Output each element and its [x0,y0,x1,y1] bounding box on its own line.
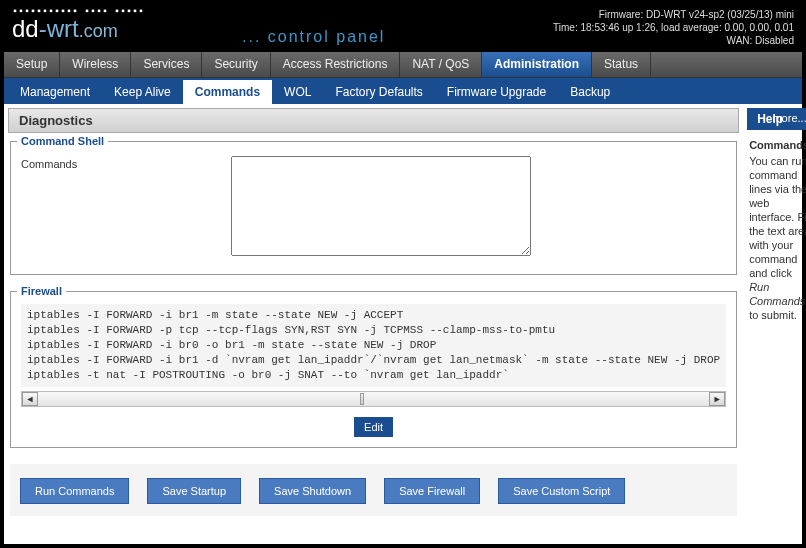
tab-security[interactable]: Security [202,52,270,77]
time-text: Time: 18:53:46 up 1:26, load average: 0.… [553,21,794,34]
help-title: Help more... [747,108,806,130]
scroll-left-button[interactable]: ◄ [22,392,38,406]
tab-services[interactable]: Services [131,52,202,77]
firewall-label: Firewall [17,285,66,297]
save-startup-button[interactable]: Save Startup [147,478,241,504]
subtab-management[interactable]: Management [8,80,102,104]
command-shell-section: Command Shell Commands [10,141,737,275]
tab-status[interactable]: Status [592,52,651,77]
tab-administration[interactable]: Administration [482,52,592,77]
commands-field-label: Commands [21,156,221,170]
firewall-section: Firewall iptables -I FORWARD -i br1 -m s… [10,291,737,448]
header-info: Firmware: DD-WRT v24-sp2 (03/25/13) mini… [553,8,794,47]
subtab-keep-alive[interactable]: Keep Alive [102,80,183,104]
save-shutdown-button[interactable]: Save Shutdown [259,478,366,504]
subtab-commands[interactable]: Commands [183,80,272,104]
subtab-factory-defaults[interactable]: Factory Defaults [323,80,434,104]
subtab-wol[interactable]: WOL [272,80,323,104]
header: ▪▪▪▪▪▪▪▪▪▪▪ ▪▪▪▪ ▪▪▪▪▪ dd-wrt.com ... co… [4,4,802,52]
logo-dd: dd [12,15,39,42]
subtab-backup[interactable]: Backup [558,80,622,104]
firewall-script: iptables -I FORWARD -i br1 -m state --st… [21,304,726,387]
help-more-link[interactable]: more... [772,112,806,124]
logo-wrt: -wrt [39,15,79,42]
save-firewall-button[interactable]: Save Firewall [384,478,480,504]
wan-text: WAN: Disabled [553,34,794,47]
diagnostics-title: Diagnostics [8,108,739,133]
control-panel-label: ... control panel [242,28,385,46]
subtab-firmware-upgrade[interactable]: Firmware Upgrade [435,80,558,104]
run-commands-button[interactable]: Run Commands [20,478,129,504]
action-buttons: Run Commands Save Startup Save Shutdown … [10,464,737,516]
sub-tabs: ManagementKeep AliveCommandsWOLFactory D… [4,78,802,104]
help-body: Commands: You can run command lines via … [747,130,806,330]
edit-button[interactable]: Edit [354,417,393,437]
tab-access-restrictions[interactable]: Access Restrictions [271,52,401,77]
scroll-thumb[interactable] [360,393,364,405]
scroll-right-button[interactable]: ► [709,392,725,406]
save-custom-script-button[interactable]: Save Custom Script [498,478,625,504]
logo: ▪▪▪▪▪▪▪▪▪▪▪ ▪▪▪▪ ▪▪▪▪▪ dd-wrt.com [12,6,144,43]
tab-nat-qos[interactable]: NAT / QoS [400,52,482,77]
logo-com: .com [79,21,118,41]
tab-wireless[interactable]: Wireless [60,52,131,77]
firewall-scrollbar[interactable]: ◄ ► [21,391,726,407]
scroll-track[interactable] [38,392,709,406]
firmware-text: Firmware: DD-WRT v24-sp2 (03/25/13) mini [553,8,794,21]
main-tabs: SetupWirelessServicesSecurityAccess Rest… [4,52,802,78]
help-heading: Commands: [749,138,806,152]
tab-setup[interactable]: Setup [4,52,60,77]
command-shell-label: Command Shell [17,135,108,147]
commands-textarea[interactable] [231,156,531,256]
